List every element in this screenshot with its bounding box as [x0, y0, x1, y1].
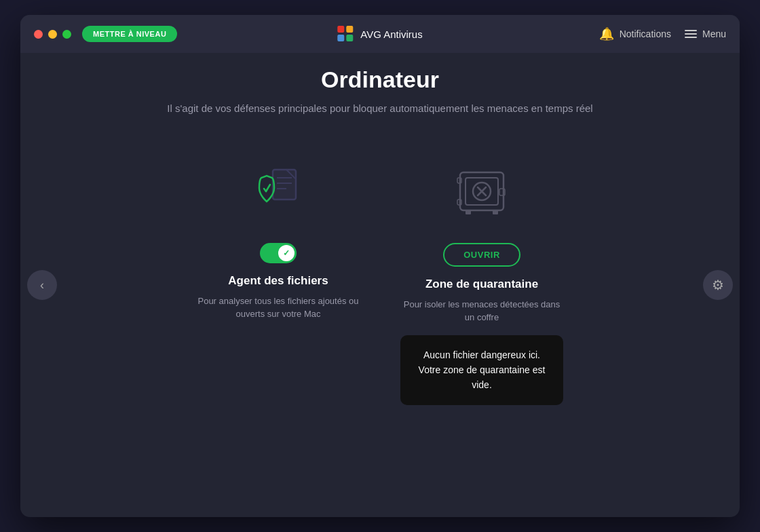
titlebar-actions: 🔔 Notifications Menu [599, 26, 726, 41]
traffic-lights [34, 30, 71, 39]
app-name-label: AVG Antivirus [360, 28, 422, 40]
shield-file-icon [238, 151, 319, 232]
notifications-button[interactable]: 🔔 Notifications [599, 26, 671, 41]
logo-green [346, 35, 353, 41]
close-button[interactable] [34, 30, 43, 39]
card-zone-quarantaine: OUVRIR Zone de quarantaine Pour isoler l… [400, 151, 563, 405]
upgrade-button[interactable]: METTRE À NIVEAU [82, 26, 177, 42]
bell-icon: 🔔 [599, 26, 614, 41]
cards-row: ✓ Agent des fichiers Pour analyser tous … [48, 151, 712, 405]
gear-icon: ⚙ [712, 277, 724, 293]
zone-quarantaine-desc: Pour isoler les menaces détectées dans u… [400, 298, 563, 324]
agent-fichiers-desc: Pour analyser tous les fichiers ajoutés … [197, 294, 360, 321]
logo-orange [346, 26, 353, 33]
menu-button[interactable]: Menu [685, 28, 726, 39]
toggle-container: ✓ [260, 243, 297, 263]
card-agent-fichiers: ✓ Agent des fichiers Pour analyser tous … [197, 151, 360, 321]
page-subtitle: Il s'agit de vos défenses principales po… [167, 101, 592, 117]
logo-blue [337, 35, 344, 41]
hamburger-icon [685, 30, 697, 38]
main-content: ‹ ⚙ Ordinateur Il s'agit de vos défenses… [20, 53, 740, 517]
minimize-button[interactable] [48, 30, 57, 39]
svg-rect-0 [273, 170, 296, 200]
quarantine-tooltip: Aucun fichier dangereux ici. Votre zone … [400, 335, 563, 405]
menu-label: Menu [702, 28, 726, 39]
avg-logo-icon [337, 26, 354, 42]
toggle-knob: ✓ [278, 245, 294, 261]
maximize-button[interactable] [62, 30, 71, 39]
settings-button[interactable]: ⚙ [703, 270, 733, 300]
svg-rect-15 [493, 210, 498, 214]
svg-rect-14 [466, 210, 471, 214]
logo-red [337, 26, 344, 33]
ouvrir-button[interactable]: OUVRIR [443, 243, 520, 267]
svg-line-5 [266, 185, 270, 191]
notifications-label: Notifications [620, 28, 671, 39]
back-icon: ‹ [40, 278, 44, 292]
agent-toggle[interactable]: ✓ [260, 243, 297, 263]
check-icon: ✓ [283, 248, 290, 258]
titlebar: METTRE À NIVEAU AVG Antivirus 🔔 Notifica… [20, 15, 740, 53]
app-window: METTRE À NIVEAU AVG Antivirus 🔔 Notifica… [20, 15, 740, 517]
zone-quarantaine-title: Zone de quarantaine [425, 278, 538, 291]
titlebar-center: AVG Antivirus [337, 26, 422, 42]
agent-fichiers-title: Agent des fichiers [228, 274, 328, 288]
safe-icon [441, 151, 522, 232]
back-button[interactable]: ‹ [27, 270, 57, 300]
page-title: Ordinateur [321, 66, 439, 93]
